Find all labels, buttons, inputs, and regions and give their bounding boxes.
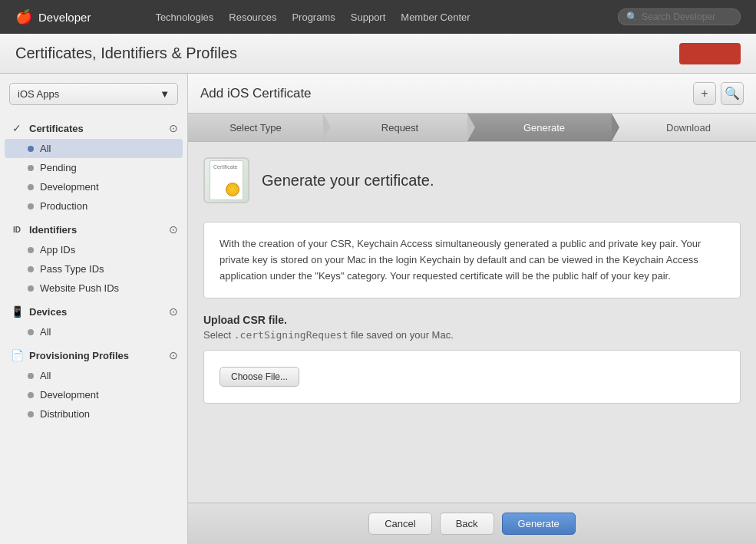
- sidebar-item-provisioning-all[interactable]: All: [0, 366, 187, 385]
- brand-logo: 🍎 Developer: [15, 8, 91, 25]
- nav-link-programs[interactable]: Programs: [292, 12, 335, 23]
- wizard-step-label: Generate: [523, 122, 565, 134]
- wizard-step-generate[interactable]: Generate: [467, 114, 612, 141]
- cert-text: Certificate: [213, 164, 238, 170]
- identifiers-label: Identifiers: [29, 224, 169, 236]
- provisioning-icon: 📄: [9, 348, 25, 363]
- sidebar-item-certificates-production[interactable]: Production: [0, 196, 187, 216]
- info-box: With the creation of your CSR, Keychain …: [203, 222, 741, 298]
- platform-dropdown[interactable]: iOS Apps ▼: [9, 83, 178, 105]
- sidebar-item-label: All: [40, 370, 51, 381]
- page-header: Certificates, Identifiers & Profiles: [0, 34, 756, 74]
- nav-link-resources[interactable]: Resources: [229, 12, 276, 23]
- devices-icon: 📱: [9, 304, 25, 319]
- sidebar-item-label: All: [40, 143, 51, 154]
- sidebar-item-label: Distribution: [40, 408, 90, 420]
- search-input[interactable]: [642, 12, 741, 22]
- wizard-step-label: Download: [666, 122, 711, 134]
- sidebar-item-label: Pass Type IDs: [40, 263, 104, 275]
- dot-icon: [28, 329, 34, 335]
- back-button[interactable]: Back: [440, 513, 494, 535]
- sidebar-item-certificates-pending[interactable]: Pending: [0, 158, 187, 177]
- top-navigation: 🍎 Developer Technologies Resources Progr…: [0, 0, 756, 34]
- page-title: Certificates, Identifiers & Profiles: [15, 45, 237, 62]
- sidebar: iOS Apps ▼ ✓ Certificates ⊙ All Pending …: [0, 74, 188, 544]
- wizard-step-request[interactable]: Request: [323, 114, 467, 141]
- nav-link-technologies[interactable]: Technologies: [155, 12, 213, 23]
- devices-chevron-icon: ⊙: [169, 305, 178, 318]
- dot-icon: [28, 165, 34, 171]
- search-button[interactable]: 🔍: [721, 82, 744, 105]
- certificates-chevron-icon: ⊙: [169, 122, 178, 134]
- certificates-icon: ✓: [9, 120, 25, 136]
- wizard-step-select-type[interactable]: Select Type: [188, 114, 323, 141]
- sidebar-section-identifiers[interactable]: ID Identifiers ⊙: [0, 216, 187, 240]
- certificates-label: Certificates: [29, 123, 169, 134]
- certificate-title: Generate your certificate.: [262, 172, 434, 190]
- wizard-step-label: Request: [381, 122, 418, 134]
- sidebar-item-website-push-ids[interactable]: Website Push IDs: [0, 279, 187, 298]
- sidebar-item-certificates-development[interactable]: Development: [0, 177, 187, 196]
- sidebar-item-label: Development: [40, 389, 99, 401]
- nav-link-member-center[interactable]: Member Center: [401, 12, 470, 23]
- dot-icon: [28, 373, 34, 379]
- sublabel-prefix: Select: [203, 329, 234, 341]
- sublabel-suffix: file saved on your Mac.: [348, 329, 453, 341]
- provisioning-chevron-icon: ⊙: [169, 349, 178, 361]
- add-button[interactable]: +: [693, 82, 716, 105]
- devices-label: Devices: [29, 306, 169, 318]
- dot-icon: [28, 285, 34, 292]
- upload-section: Upload CSR file. Select .certSigningRequ…: [203, 314, 741, 404]
- certificate-header: Certificate Generate your certificate.: [203, 157, 741, 203]
- content-title: Add iOS Certificate: [200, 86, 312, 101]
- brand-name: Developer: [38, 11, 91, 24]
- provisioning-label: Provisioning Profiles: [29, 350, 169, 361]
- header-actions: + 🔍: [693, 82, 744, 105]
- dot-icon: [28, 266, 34, 272]
- wizard-step-download[interactable]: Download: [612, 114, 756, 141]
- sidebar-item-provisioning-distribution[interactable]: Distribution: [0, 404, 187, 424]
- identifiers-icon: ID: [9, 222, 25, 237]
- sidebar-item-provisioning-development[interactable]: Development: [0, 385, 187, 404]
- sidebar-item-label: App IDs: [40, 244, 75, 256]
- wizard-steps: Select Type Request Generate Download: [188, 114, 756, 142]
- main-content: Add iOS Certificate + 🔍 Select Type Requ…: [188, 74, 756, 544]
- search-box[interactable]: 🔍: [618, 8, 741, 25]
- sidebar-item-app-ids[interactable]: App IDs: [0, 240, 187, 259]
- sidebar-section-devices[interactable]: 📱 Devices ⊙: [0, 298, 187, 322]
- header-badge: [679, 43, 741, 64]
- nav-link-support[interactable]: Support: [351, 12, 386, 23]
- sidebar-item-pass-type-ids[interactable]: Pass Type IDs: [0, 259, 187, 279]
- main-layout: iOS Apps ▼ ✓ Certificates ⊙ All Pending …: [0, 74, 756, 544]
- sidebar-section-certificates[interactable]: ✓ Certificates ⊙: [0, 114, 187, 139]
- dropdown-arrow-icon: ▼: [160, 88, 170, 100]
- sidebar-section-provisioning[interactable]: 📄 Provisioning Profiles ⊙: [0, 341, 187, 366]
- content-footer: Cancel Back Generate: [188, 503, 756, 544]
- dot-icon: [28, 184, 34, 190]
- upload-label: Upload CSR file.: [203, 314, 741, 326]
- dot-icon: [28, 392, 34, 398]
- cancel-button[interactable]: Cancel: [368, 513, 431, 535]
- identifiers-chevron-icon: ⊙: [169, 223, 178, 236]
- sidebar-item-label: Production: [40, 200, 87, 212]
- sidebar-item-devices-all[interactable]: All: [0, 322, 187, 341]
- dot-icon: [28, 411, 34, 417]
- dot-icon: [28, 146, 34, 152]
- sidebar-item-label: All: [40, 326, 51, 338]
- upload-area: Choose File...: [203, 350, 741, 404]
- wizard-step-label: Select Type: [229, 122, 282, 134]
- sidebar-item-label: Pending: [40, 162, 77, 173]
- sidebar-item-label: Website Push IDs: [40, 282, 119, 294]
- content-area: Certificate Generate your certificate. W…: [188, 142, 756, 503]
- dot-icon: [28, 247, 34, 253]
- dot-icon: [28, 203, 34, 209]
- nav-links: Technologies Resources Programs Support …: [155, 12, 470, 23]
- choose-file-button[interactable]: Choose File...: [220, 367, 299, 387]
- apple-icon: 🍎: [15, 8, 32, 25]
- generate-button[interactable]: Generate: [502, 513, 576, 535]
- upload-sublabel: Select .certSigningRequest file saved on…: [203, 329, 741, 341]
- sidebar-item-certificates-all[interactable]: All: [5, 139, 183, 158]
- content-header: Add iOS Certificate + 🔍: [188, 74, 756, 114]
- sublabel-code: .certSigningRequest: [234, 329, 348, 341]
- sidebar-item-label: Development: [40, 181, 99, 193]
